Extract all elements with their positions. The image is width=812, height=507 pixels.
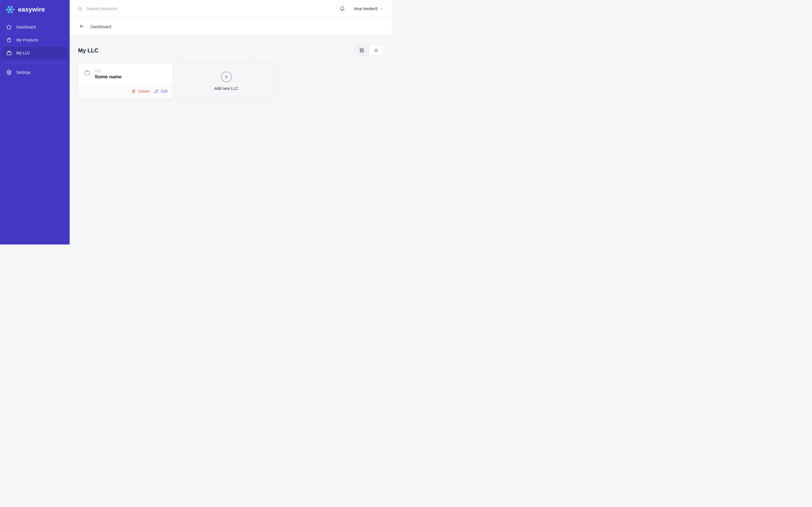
- user-menu[interactable]: Irina Vendor5: [354, 6, 384, 11]
- svg-rect-7: [7, 52, 11, 55]
- svg-rect-15: [362, 51, 363, 52]
- grid-icon: [359, 48, 364, 53]
- home-icon: [6, 24, 12, 30]
- logo-text: easywire: [18, 6, 45, 13]
- edit-label: Edit: [161, 89, 168, 94]
- briefcase-icon: [84, 69, 90, 76]
- sidebar-item-dashboard[interactable]: Dashboard: [2, 21, 67, 33]
- edit-button[interactable]: Edit: [154, 89, 168, 94]
- notifications-button[interactable]: [338, 4, 346, 13]
- sidebar: easywire Dashboard My Products My LLC: [0, 0, 70, 244]
- svg-rect-12: [360, 49, 361, 50]
- search-input[interactable]: [87, 6, 188, 11]
- llc-type-label: LLC: [95, 69, 121, 73]
- logo-icon: [5, 4, 15, 15]
- svg-line-10: [81, 9, 82, 11]
- sidebar-item-settings[interactable]: Settings: [2, 66, 67, 78]
- svg-point-4: [12, 8, 14, 10]
- llc-name: Some name: [95, 74, 121, 80]
- sidebar-nav: Dashboard My Products My LLC Settings: [2, 21, 67, 78]
- chevron-down-icon: [380, 7, 384, 11]
- plus-icon: [224, 74, 229, 79]
- bell-icon: [340, 5, 345, 11]
- sidebar-item-my-products[interactable]: My Products: [2, 34, 67, 46]
- gear-icon: [6, 69, 12, 75]
- content: My LLC: [70, 36, 392, 244]
- bag-icon: [6, 37, 12, 43]
- sidebar-item-label: Settings: [16, 70, 31, 75]
- view-list-button[interactable]: [369, 45, 383, 55]
- trash-icon: [132, 89, 136, 94]
- search-icon: [78, 6, 83, 11]
- user-name: Irina Vendor5: [354, 6, 377, 11]
- svg-point-2: [6, 8, 8, 10]
- page-title: My LLC: [78, 47, 98, 54]
- delete-label: Delete: [138, 89, 149, 94]
- breadcrumb[interactable]: Dashboard: [91, 24, 111, 29]
- svg-point-3: [9, 8, 12, 11]
- main-area: Irina Vendor5 Dashboard My LLC: [70, 0, 392, 244]
- svg-point-6: [11, 11, 13, 13]
- topbar-right: Irina Vendor5: [338, 4, 384, 13]
- llc-card-body: LLC Some name: [79, 63, 173, 86]
- svg-rect-19: [85, 71, 90, 75]
- add-circle: [221, 71, 232, 82]
- arrow-left-icon: [79, 24, 84, 29]
- svg-point-0: [8, 6, 10, 8]
- sidebar-divider: [3, 62, 66, 63]
- add-llc-card[interactable]: Add new LLC: [179, 63, 274, 99]
- svg-rect-14: [360, 51, 361, 52]
- topbar: Irina Vendor5: [70, 0, 392, 17]
- logo[interactable]: easywire: [2, 4, 67, 21]
- llc-card-actions: Delete Edit: [79, 86, 173, 97]
- llc-card-text: LLC Some name: [95, 69, 121, 80]
- search: [78, 6, 188, 11]
- page-header: My LLC: [78, 45, 383, 56]
- delete-button[interactable]: Delete: [132, 89, 149, 94]
- list-icon: [374, 48, 378, 53]
- svg-point-1: [11, 6, 13, 8]
- sidebar-item-label: Dashboard: [16, 25, 36, 29]
- briefcase-icon: [6, 50, 12, 56]
- svg-rect-13: [362, 49, 363, 50]
- svg-point-5: [8, 11, 10, 13]
- back-button[interactable]: [78, 22, 86, 31]
- llc-cards: LLC Some name Delete: [78, 63, 383, 99]
- breadcrumb-bar: Dashboard: [70, 17, 392, 36]
- svg-point-8: [8, 72, 10, 73]
- add-llc-label: Add new LLC: [214, 86, 238, 91]
- sidebar-item-label: My Products: [16, 38, 38, 42]
- llc-card: LLC Some name Delete: [78, 63, 173, 99]
- view-grid-button[interactable]: [355, 45, 369, 55]
- sidebar-item-label: My LLC: [16, 51, 30, 55]
- edit-icon: [154, 89, 159, 94]
- sidebar-item-my-llc[interactable]: My LLC: [2, 47, 67, 59]
- view-toggle: [354, 45, 383, 56]
